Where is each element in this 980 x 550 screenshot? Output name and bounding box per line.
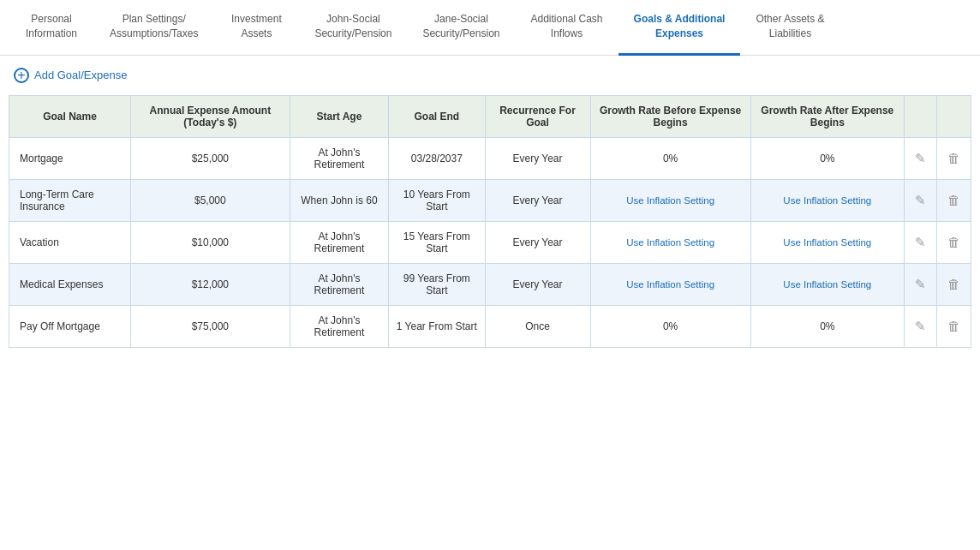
growth-after-cell: Use Inflation Setting xyxy=(750,221,904,263)
annual-expense-value: $5,000 xyxy=(194,194,226,206)
recurrence-cell: Every Year xyxy=(485,221,590,263)
start-age-value: At John's Retirement xyxy=(314,146,365,170)
goal-name-cell: Medical Expenses xyxy=(9,263,131,305)
table-header: Goal NameAnnual Expense Amount (Today's … xyxy=(9,95,971,137)
col-header-1: Annual Expense Amount (Today's $) xyxy=(130,95,290,137)
table-body: Mortgage$25,000At John's Retirement03/28… xyxy=(9,137,971,347)
annual-expense-cell: $12,000 xyxy=(130,263,290,305)
goals-table: Goal NameAnnual Expense Amount (Today's … xyxy=(9,95,971,348)
edit-cell[interactable]: ✎ xyxy=(904,179,936,221)
goal-end-value: 10 Years From Start xyxy=(403,188,470,212)
edit-cell[interactable]: ✎ xyxy=(904,221,936,263)
delete-cell[interactable]: 🗑 xyxy=(936,221,971,263)
annual-expense-cell: $75,000 xyxy=(130,305,290,347)
start-age-value: At John's Retirement xyxy=(314,230,365,254)
growth-before-value: Use Inflation Setting xyxy=(626,279,714,290)
table-row: Pay Off Mortgage$75,000At John's Retirem… xyxy=(9,305,971,347)
recurrence-value: Every Year xyxy=(513,194,563,206)
table-container: Goal NameAnnual Expense Amount (Today's … xyxy=(0,95,980,348)
table-row: Mortgage$25,000At John's Retirement03/28… xyxy=(9,137,971,179)
nav-tab-goals-additional[interactable]: Goals & AdditionalExpenses xyxy=(618,0,741,56)
goal-name-value: Long-Term Care Insurance xyxy=(20,188,94,212)
delete-button[interactable]: 🗑 xyxy=(944,275,964,293)
table-row: Vacation$10,000At John's Retirement15 Ye… xyxy=(9,221,971,263)
edit-button[interactable]: ✎ xyxy=(911,275,929,294)
edit-cell[interactable]: ✎ xyxy=(904,137,936,179)
recurrence-cell: Every Year xyxy=(485,263,590,305)
add-goal-label: Add Goal/Expense xyxy=(34,69,127,81)
start-age-cell: At John's Retirement xyxy=(290,137,388,179)
edit-button[interactable]: ✎ xyxy=(911,191,929,210)
start-age-value: At John's Retirement xyxy=(314,314,365,338)
add-goal-button[interactable]: + Add Goal/Expense xyxy=(14,68,127,83)
goal-end-value: 03/28/2037 xyxy=(411,152,463,164)
col-header-3: Goal End xyxy=(389,95,485,137)
nav-tab-additional-cash[interactable]: Additional CashInflows xyxy=(515,0,618,56)
start-age-cell: At John's Retirement xyxy=(290,305,388,347)
nav-tab-investment-assets[interactable]: InvestmentAssets xyxy=(213,0,299,56)
start-age-cell: At John's Retirement xyxy=(290,263,388,305)
growth-before-value: Use Inflation Setting xyxy=(626,195,714,206)
edit-button[interactable]: ✎ xyxy=(911,149,929,168)
nav-tab-john-social[interactable]: John-SocialSecurity/Pension xyxy=(299,0,407,56)
delete-button[interactable]: 🗑 xyxy=(944,317,964,335)
growth-before-cell: Use Inflation Setting xyxy=(590,179,750,221)
annual-expense-value: $10,000 xyxy=(192,236,229,248)
edit-button[interactable]: ✎ xyxy=(911,317,929,336)
goal-end-cell: 10 Years From Start xyxy=(389,179,485,221)
growth-after-cell: 0% xyxy=(750,305,904,347)
recurrence-value: Every Year xyxy=(513,152,563,164)
growth-after-cell: Use Inflation Setting xyxy=(750,179,904,221)
edit-cell[interactable]: ✎ xyxy=(904,305,936,347)
annual-expense-value: $75,000 xyxy=(192,320,229,332)
col-header-0: Goal Name xyxy=(9,95,131,137)
goal-name-value: Vacation xyxy=(20,236,59,248)
growth-before-cell: 0% xyxy=(590,137,750,179)
growth-before-cell: 0% xyxy=(590,305,750,347)
growth-after-cell: Use Inflation Setting xyxy=(750,263,904,305)
recurrence-cell: Every Year xyxy=(485,179,590,221)
table-row: Long-Term Care Insurance$5,000When John … xyxy=(9,179,971,221)
delete-button[interactable]: 🗑 xyxy=(944,191,964,209)
col-header-2: Start Age xyxy=(290,95,388,137)
nav-tab-plan-settings[interactable]: Plan Settings/Assumptions/Taxes xyxy=(94,0,213,56)
goal-name-cell: Long-Term Care Insurance xyxy=(9,179,131,221)
goal-end-cell: 15 Years From Start xyxy=(389,221,485,263)
edit-cell[interactable]: ✎ xyxy=(904,263,936,305)
goal-end-value: 1 Year From Start xyxy=(397,320,477,332)
col-header-4: Recurrence For Goal xyxy=(485,95,590,137)
start-age-value: At John's Retirement xyxy=(314,272,365,296)
col-header-8 xyxy=(936,95,971,137)
growth-before-cell: Use Inflation Setting xyxy=(590,221,750,263)
delete-cell[interactable]: 🗑 xyxy=(936,305,971,347)
start-age-cell: At John's Retirement xyxy=(290,221,388,263)
nav-tab-other-assets[interactable]: Other Assets &Liabilities xyxy=(740,0,840,56)
recurrence-value: Once xyxy=(525,320,550,332)
annual-expense-value: $25,000 xyxy=(192,152,229,164)
delete-cell[interactable]: 🗑 xyxy=(936,137,971,179)
goal-end-value: 99 Years From Start xyxy=(403,272,470,296)
annual-expense-cell: $25,000 xyxy=(130,137,290,179)
delete-cell[interactable]: 🗑 xyxy=(936,263,971,305)
col-header-6: Growth Rate After Expense Begins xyxy=(750,95,904,137)
goal-name-cell: Mortgage xyxy=(9,137,131,179)
goal-end-cell: 1 Year From Start xyxy=(389,305,485,347)
delete-button[interactable]: 🗑 xyxy=(944,149,964,167)
start-age-cell: When John is 60 xyxy=(290,179,388,221)
goal-name-value: Pay Off Mortgage xyxy=(20,320,100,332)
recurrence-cell: Once xyxy=(485,305,590,347)
annual-expense-cell: $5,000 xyxy=(130,179,290,221)
delete-button[interactable]: 🗑 xyxy=(944,233,964,251)
growth-after-cell: 0% xyxy=(750,137,904,179)
recurrence-cell: Every Year xyxy=(485,137,590,179)
growth-before-value: 0% xyxy=(663,320,678,332)
delete-cell[interactable]: 🗑 xyxy=(936,179,971,221)
nav-tab-personal-info[interactable]: PersonalInformation xyxy=(9,0,94,56)
growth-after-value: Use Inflation Setting xyxy=(783,237,871,248)
goal-end-value: 15 Years From Start xyxy=(403,230,470,254)
growth-after-value: Use Inflation Setting xyxy=(783,195,871,206)
growth-before-value: Use Inflation Setting xyxy=(626,237,714,248)
edit-button[interactable]: ✎ xyxy=(911,233,929,252)
goal-name-cell: Vacation xyxy=(9,221,131,263)
nav-tab-jane-social[interactable]: Jane-SocialSecurity/Pension xyxy=(407,0,515,56)
